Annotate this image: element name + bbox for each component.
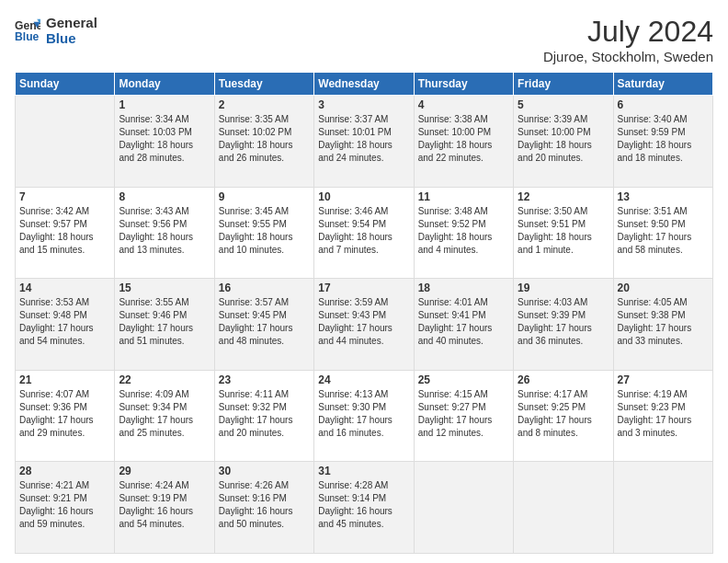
calendar-header-row: Sunday Monday Tuesday Wednesday Thursday… <box>16 73 713 96</box>
week-row-5: 28Sunrise: 4:21 AM Sunset: 9:21 PM Dayli… <box>16 462 713 554</box>
table-row: 25Sunrise: 4:15 AM Sunset: 9:27 PM Dayli… <box>414 370 513 462</box>
table-row: 6Sunrise: 3:40 AM Sunset: 9:59 PM Daylig… <box>613 96 712 188</box>
header-wednesday: Wednesday <box>314 73 414 96</box>
day-number: 22 <box>119 373 210 386</box>
table-row: 5Sunrise: 3:39 AM Sunset: 10:00 PM Dayli… <box>514 96 613 188</box>
day-number: 18 <box>418 282 509 294</box>
day-number: 5 <box>518 98 609 111</box>
table-row: 15Sunrise: 3:55 AM Sunset: 9:46 PM Dayli… <box>115 279 214 371</box>
week-row-2: 7Sunrise: 3:42 AM Sunset: 9:57 PM Daylig… <box>16 187 713 279</box>
day-number: 6 <box>618 98 709 111</box>
day-number: 4 <box>418 98 509 111</box>
day-info: Sunrise: 3:39 AM Sunset: 10:00 PM Daylig… <box>518 113 609 165</box>
header-saturday: Saturday <box>613 73 712 96</box>
table-row: 31Sunrise: 4:28 AM Sunset: 9:14 PM Dayli… <box>314 462 414 554</box>
day-number: 2 <box>219 98 310 111</box>
table-row: 1Sunrise: 3:34 AM Sunset: 10:03 PM Dayli… <box>115 96 214 188</box>
location: Djuroe, Stockholm, Sweden <box>543 49 713 64</box>
day-number: 13 <box>618 190 709 203</box>
day-info: Sunrise: 3:37 AM Sunset: 10:01 PM Daylig… <box>318 113 409 165</box>
day-info: Sunrise: 4:15 AM Sunset: 9:27 PM Dayligh… <box>418 388 509 440</box>
header-thursday: Thursday <box>414 73 513 96</box>
day-info: Sunrise: 3:40 AM Sunset: 9:59 PM Dayligh… <box>618 113 709 165</box>
day-info: Sunrise: 3:53 AM Sunset: 9:48 PM Dayligh… <box>19 296 110 348</box>
header-tuesday: Tuesday <box>214 73 313 96</box>
day-info: Sunrise: 4:01 AM Sunset: 9:41 PM Dayligh… <box>418 296 509 348</box>
week-row-4: 21Sunrise: 4:07 AM Sunset: 9:36 PM Dayli… <box>16 370 713 462</box>
day-info: Sunrise: 4:24 AM Sunset: 9:19 PM Dayligh… <box>119 479 210 531</box>
day-number: 25 <box>418 373 509 386</box>
table-row <box>514 462 613 554</box>
day-info: Sunrise: 4:21 AM Sunset: 9:21 PM Dayligh… <box>19 479 110 531</box>
page: General Blue General Blue July 2024 Djur… <box>0 0 728 563</box>
day-number: 8 <box>119 190 210 203</box>
header-monday: Monday <box>115 73 214 96</box>
day-info: Sunrise: 4:28 AM Sunset: 9:14 PM Dayligh… <box>318 479 409 531</box>
day-number: 31 <box>318 465 409 477</box>
table-row: 3Sunrise: 3:37 AM Sunset: 10:01 PM Dayli… <box>314 96 414 188</box>
table-row: 30Sunrise: 4:26 AM Sunset: 9:16 PM Dayli… <box>214 462 313 554</box>
day-number: 14 <box>19 282 110 294</box>
logo-text: General Blue <box>46 15 97 47</box>
table-row: 20Sunrise: 4:05 AM Sunset: 9:38 PM Dayli… <box>613 279 712 371</box>
day-info: Sunrise: 3:50 AM Sunset: 9:51 PM Dayligh… <box>518 205 609 257</box>
table-row <box>16 96 115 188</box>
day-number: 12 <box>518 190 609 203</box>
table-row: 14Sunrise: 3:53 AM Sunset: 9:48 PM Dayli… <box>16 279 115 371</box>
table-row: 9Sunrise: 3:45 AM Sunset: 9:55 PM Daylig… <box>214 187 313 279</box>
day-number: 17 <box>318 282 409 294</box>
table-row: 26Sunrise: 4:17 AM Sunset: 9:25 PM Dayli… <box>514 370 613 462</box>
table-row: 27Sunrise: 4:19 AM Sunset: 9:23 PM Dayli… <box>613 370 712 462</box>
day-info: Sunrise: 3:57 AM Sunset: 9:45 PM Dayligh… <box>219 296 310 348</box>
table-row: 19Sunrise: 4:03 AM Sunset: 9:39 PM Dayli… <box>514 279 613 371</box>
header-friday: Friday <box>514 73 613 96</box>
day-info: Sunrise: 3:59 AM Sunset: 9:43 PM Dayligh… <box>318 296 409 348</box>
table-row: 18Sunrise: 4:01 AM Sunset: 9:41 PM Dayli… <box>414 279 513 371</box>
day-number: 16 <box>219 282 310 294</box>
logo-icon: General Blue <box>15 17 40 43</box>
day-number: 19 <box>518 282 609 294</box>
svg-text:Blue: Blue <box>15 30 40 43</box>
day-info: Sunrise: 4:05 AM Sunset: 9:38 PM Dayligh… <box>618 296 709 348</box>
day-info: Sunrise: 3:42 AM Sunset: 9:57 PM Dayligh… <box>19 205 110 257</box>
day-info: Sunrise: 3:46 AM Sunset: 9:54 PM Dayligh… <box>318 205 409 257</box>
title-block: July 2024 Djuroe, Stockholm, Sweden <box>543 15 713 64</box>
day-info: Sunrise: 4:07 AM Sunset: 9:36 PM Dayligh… <box>19 388 110 440</box>
day-info: Sunrise: 3:55 AM Sunset: 9:46 PM Dayligh… <box>119 296 210 348</box>
day-number: 10 <box>318 190 409 203</box>
day-number: 3 <box>318 98 409 111</box>
table-row: 2Sunrise: 3:35 AM Sunset: 10:02 PM Dayli… <box>214 96 313 188</box>
day-info: Sunrise: 3:51 AM Sunset: 9:50 PM Dayligh… <box>618 205 709 257</box>
day-info: Sunrise: 4:13 AM Sunset: 9:30 PM Dayligh… <box>318 388 409 440</box>
table-row: 13Sunrise: 3:51 AM Sunset: 9:50 PM Dayli… <box>613 187 712 279</box>
table-row: 24Sunrise: 4:13 AM Sunset: 9:30 PM Dayli… <box>314 370 414 462</box>
table-row <box>613 462 712 554</box>
day-number: 26 <box>518 373 609 386</box>
table-row: 12Sunrise: 3:50 AM Sunset: 9:51 PM Dayli… <box>514 187 613 279</box>
day-info: Sunrise: 3:45 AM Sunset: 9:55 PM Dayligh… <box>219 205 310 257</box>
month-year: July 2024 <box>543 15 713 49</box>
logo: General Blue General Blue <box>15 15 97 47</box>
day-info: Sunrise: 4:17 AM Sunset: 9:25 PM Dayligh… <box>518 388 609 440</box>
day-number: 21 <box>19 373 110 386</box>
table-row: 23Sunrise: 4:11 AM Sunset: 9:32 PM Dayli… <box>214 370 313 462</box>
header: General Blue General Blue July 2024 Djur… <box>15 15 713 64</box>
day-number: 27 <box>618 373 709 386</box>
day-info: Sunrise: 4:03 AM Sunset: 9:39 PM Dayligh… <box>518 296 609 348</box>
day-info: Sunrise: 4:26 AM Sunset: 9:16 PM Dayligh… <box>219 479 310 531</box>
table-row: 29Sunrise: 4:24 AM Sunset: 9:19 PM Dayli… <box>115 462 214 554</box>
day-number: 23 <box>219 373 310 386</box>
day-number: 1 <box>119 98 210 111</box>
table-row: 7Sunrise: 3:42 AM Sunset: 9:57 PM Daylig… <box>16 187 115 279</box>
week-row-1: 1Sunrise: 3:34 AM Sunset: 10:03 PM Dayli… <box>16 96 713 188</box>
day-number: 30 <box>219 465 310 477</box>
day-number: 24 <box>318 373 409 386</box>
day-number: 20 <box>618 282 709 294</box>
table-row: 28Sunrise: 4:21 AM Sunset: 9:21 PM Dayli… <box>16 462 115 554</box>
table-row: 10Sunrise: 3:46 AM Sunset: 9:54 PM Dayli… <box>314 187 414 279</box>
day-number: 9 <box>219 190 310 203</box>
week-row-3: 14Sunrise: 3:53 AM Sunset: 9:48 PM Dayli… <box>16 279 713 371</box>
day-number: 15 <box>119 282 210 294</box>
day-number: 7 <box>19 190 110 203</box>
day-info: Sunrise: 4:11 AM Sunset: 9:32 PM Dayligh… <box>219 388 310 440</box>
